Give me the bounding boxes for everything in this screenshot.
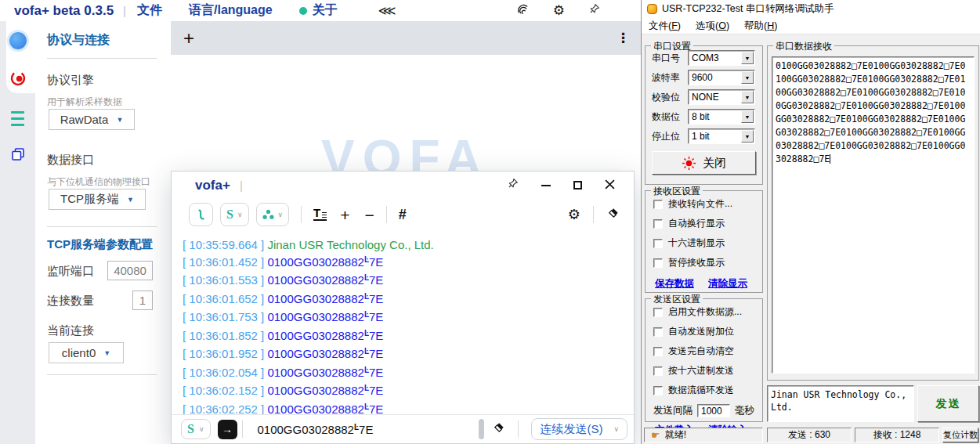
chevron-down-icon[interactable]: ▼ (741, 110, 754, 123)
chevron-down-icon[interactable]: ▼ (741, 71, 754, 84)
chevron-down-icon[interactable]: ▼ (741, 130, 754, 143)
sidebar-item-list[interactable] (0, 109, 35, 128)
send-checkboxes: 启用文件数据源...自动发送附加位发送完自动清空按十六进制发送数据流循环发送 (645, 305, 762, 397)
menu-about[interactable]: 关于 (299, 2, 338, 19)
usr-title-bar[interactable]: USR-TCP232-Test 串口转网络调试助手 (642, 0, 980, 18)
divider (593, 206, 594, 223)
conn-count-field[interactable]: 1 (132, 291, 153, 310)
sample-mode-button[interactable]: S ∨ (220, 203, 249, 226)
send-checkbox[interactable] (653, 327, 663, 337)
font-increase-button[interactable]: + (340, 207, 349, 223)
minimize-icon[interactable] (541, 185, 551, 186)
usr-window-title: USR-TCP232-Test 串口转网络调试助手 (662, 2, 834, 16)
usr-menu-item-1[interactable]: 选项(O) (696, 20, 729, 33)
usr-menu-item-0[interactable]: 文件(F) (649, 20, 681, 33)
engine-select[interactable]: RawData ▼ (49, 109, 135, 130)
recv-checkbox[interactable] (653, 219, 663, 229)
recv-link-1[interactable]: 清除显示 (708, 277, 747, 291)
sidebar-item-protocol[interactable] (0, 70, 35, 87)
app-icon (647, 4, 657, 14)
send-format-select[interactable]: S ∨ (181, 419, 211, 439)
reset-count-button[interactable]: 复位计数 (942, 428, 978, 442)
connection-circle-icon (9, 32, 27, 49)
serial-row-label: 数据位 (652, 110, 688, 124)
eraser-clear-icon[interactable] (606, 207, 620, 223)
pin-icon[interactable] (507, 178, 519, 193)
chevron-down-icon[interactable]: ▼ (741, 91, 754, 103)
status-rx-text: 接收 : 1248 (873, 428, 921, 442)
maximize-icon[interactable] (573, 181, 582, 190)
sidebar-title: 协议与连接 (47, 32, 110, 49)
divider (518, 421, 519, 438)
usr-send-button[interactable]: 发送 (917, 385, 979, 422)
tab-menu-kebab-icon[interactable]: ⋮ (617, 30, 630, 46)
chevron-down-icon[interactable]: ▼ (741, 52, 754, 64)
send-checkbox[interactable] (653, 347, 663, 356)
scatter-mode-button[interactable]: ∨ (256, 203, 290, 226)
serial-row: 校验位NONE▼ (652, 89, 762, 105)
phone-connect-button[interactable] (189, 203, 213, 226)
divider (386, 206, 387, 223)
send-group-title: 发送区设置 (651, 293, 703, 306)
settings-gear-icon[interactable]: ⚙ (553, 4, 565, 17)
serial-combo[interactable]: NONE▼ (688, 89, 755, 105)
usr-menu-item-2[interactable]: 帮助(H) (744, 20, 777, 33)
recv-link-0[interactable]: 保存数据 (655, 277, 694, 291)
pin-icon[interactable] (588, 3, 600, 18)
status-rx-panel: 接收 : 1248 (855, 428, 939, 442)
settings-gear-icon[interactable]: ⚙ (568, 208, 580, 222)
recv-row-1: 自动换行显示 (653, 217, 762, 230)
add-tab-button[interactable]: + (183, 29, 194, 48)
serial-row: 数据位8 bit▼ (652, 109, 762, 125)
top-menubar: vofa+ beta 0.3.5 | 文件 语言/language 关于 ⋘ ⚙ (0, 0, 641, 21)
serial-receive-area[interactable]: 0100GG03028882□7E0100GG03028882□7E0100GG… (772, 56, 975, 374)
recv-checkbox[interactable] (653, 239, 663, 248)
send-label: 数据流循环发送 (668, 384, 734, 397)
chevron-down-icon: ∨ (613, 425, 619, 433)
usr-send-input[interactable]: Jinan USR Technology Co., Ltd. (767, 385, 914, 422)
serial-row-label: 波特率 (652, 71, 688, 85)
serial-row-label: 停止位 (652, 130, 688, 143)
font-decrease-button[interactable]: − (365, 207, 374, 223)
log-message: 0100GG03028882 (267, 310, 363, 323)
hex-toggle-button[interactable]: # (399, 208, 407, 222)
recv-checkbox[interactable] (653, 200, 663, 209)
menu-language[interactable]: 语言/language (189, 2, 273, 19)
float-title-bar[interactable]: vofa+ | (172, 171, 634, 199)
listen-port-field[interactable]: 40080 (107, 261, 153, 280)
log-timestamp: [ 10:36:02.054 ] (183, 366, 267, 379)
send-row-2: 发送完自动清空 (653, 345, 762, 358)
interval-field[interactable]: 1000 (697, 404, 730, 417)
collapse-sidebar-icon[interactable]: ⋘ (378, 3, 396, 18)
menu-file[interactable]: 文件 (137, 2, 162, 19)
send-button[interactable]: → (218, 420, 237, 439)
drag-handle[interactable] (479, 419, 484, 439)
serial-combo[interactable]: COM3▼ (688, 50, 755, 66)
combo-value: 9600 (692, 72, 713, 83)
fingerprint-icon[interactable] (516, 2, 530, 19)
log-line: [ 10:36:01.652 ] 0100GG03028882Ŀ7E (183, 291, 634, 309)
send-checkbox[interactable] (653, 366, 663, 376)
log-line: [ 10:36:01.452 ] 0100GG03028882Ŀ7E (183, 254, 634, 273)
close-icon[interactable] (605, 179, 615, 193)
send-checkbox[interactable] (653, 308, 663, 317)
sidebar-item-windows[interactable] (0, 146, 35, 162)
recv-checkbox[interactable] (653, 258, 663, 268)
log-line: [ 10:36:01.753 ] 0100GG03028882Ŀ7E (183, 309, 634, 327)
send-input[interactable]: 0100GG03028882Ŀ7E (258, 423, 374, 436)
eraser-clear-icon[interactable] (492, 421, 505, 438)
sidebar-item-connection[interactable] (0, 32, 35, 49)
send-checkbox[interactable] (653, 386, 663, 395)
continuous-send-select[interactable]: 连续发送(S) ∨ (531, 418, 627, 440)
chevron-down-icon: ▼ (103, 349, 110, 357)
divider: | (240, 179, 243, 192)
serial-settings-group: 串口设置 串口号COM3▼波特率9600▼校验位NONE▼数据位8 bit▼停止… (645, 45, 763, 185)
serial-combo[interactable]: 8 bit▼ (688, 109, 755, 125)
iface-select[interactable]: TCP服务端 ▼ (49, 189, 146, 210)
serial-combo[interactable]: 9600▼ (688, 70, 755, 85)
close-port-button[interactable]: 关闭 (652, 151, 756, 175)
text-format-icon[interactable]: T (313, 208, 327, 221)
log-message: 7E (369, 310, 383, 323)
serial-combo[interactable]: 1 bit▼ (688, 128, 755, 144)
current-conn-select[interactable]: client0 ▼ (49, 342, 124, 363)
